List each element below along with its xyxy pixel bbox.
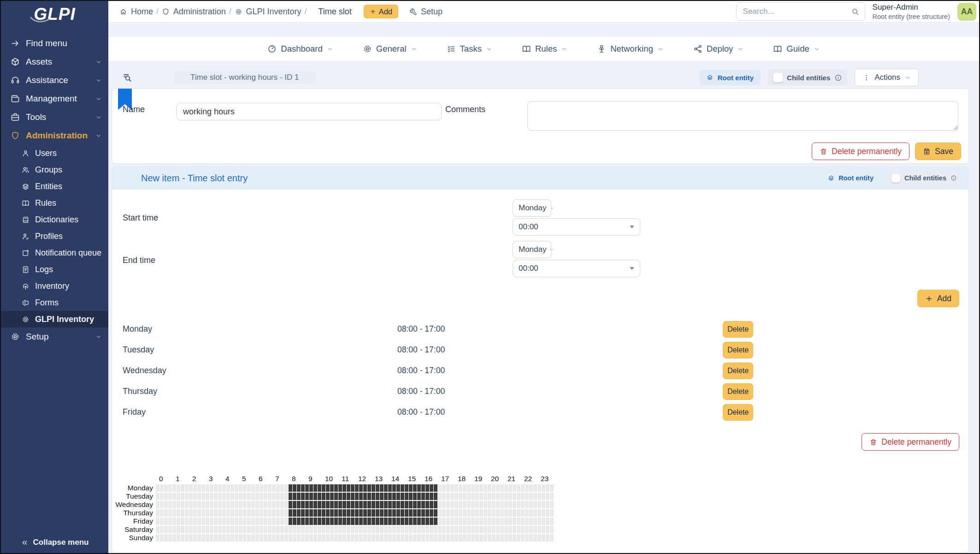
delete-entry-button[interactable]: Delete	[723, 404, 753, 421]
sidebar-item-forms[interactable]: Forms	[1, 294, 108, 311]
grid-cell	[388, 484, 392, 492]
start-hour-select[interactable]: 00:00	[513, 218, 640, 236]
grid-cell	[438, 493, 442, 500]
sidebar-item-rules[interactable]: Rules	[1, 195, 108, 211]
grid-cell	[189, 509, 193, 517]
entry-range: 08:00 - 17:00	[397, 345, 723, 355]
grid-cell	[247, 526, 251, 533]
sidebar-item-users[interactable]: Users	[1, 145, 108, 161]
sidebar-item-tools[interactable]: Tools	[1, 108, 108, 126]
tab-general[interactable]: General	[363, 44, 417, 54]
delete-entry-button[interactable]: Delete	[723, 321, 753, 338]
delete-entry-button[interactable]: Delete	[723, 342, 753, 358]
grid-cell	[210, 518, 213, 525]
avatar[interactable]: AA	[957, 3, 976, 21]
grid-cell	[206, 484, 209, 492]
delete-entry-button[interactable]: Delete	[723, 383, 753, 400]
sidebar-item-glpi-inventory[interactable]: GLPI Inventory	[1, 311, 108, 328]
child-entities-pill[interactable]: Child entities	[886, 171, 962, 185]
grid-cell	[471, 501, 475, 508]
grid-cell	[529, 534, 533, 542]
end-day-select[interactable]: Monday	[513, 241, 551, 258]
grid-cell	[396, 501, 400, 508]
grid-cell	[218, 509, 222, 517]
tab-guide[interactable]: Guide	[773, 44, 820, 54]
grid-hour-label: 20	[490, 475, 507, 483]
grid-hour-label: 21	[507, 475, 524, 483]
grid-cell	[305, 518, 309, 525]
grid-cell	[247, 484, 251, 492]
sidebar-item-administration[interactable]: Administration	[1, 126, 108, 145]
sidebar-item-dictionaries[interactable]: Dictionaries	[1, 211, 108, 228]
sidebar-item-logs[interactable]: Logs	[1, 261, 108, 278]
grid-cell	[218, 493, 222, 500]
breadcrumb-home[interactable]: Home	[119, 7, 153, 17]
grid-cell	[546, 501, 549, 508]
tab-networking[interactable]: Networking	[597, 44, 664, 54]
grid-cell	[376, 493, 379, 500]
sidebar-item-profiles[interactable]: Profiles	[1, 228, 108, 244]
save-button[interactable]: Save	[915, 143, 961, 160]
plugin-menubar: Dashboard General Tasks Rules Networking…	[108, 37, 979, 61]
setup-button[interactable]: Setup	[409, 7, 443, 17]
tab-deploy[interactable]: Deploy	[693, 44, 744, 54]
root-entity-pill[interactable]: Root entity	[828, 174, 874, 182]
grid-cell	[500, 484, 504, 492]
end-hour-select[interactable]: 00:00	[513, 260, 640, 277]
comments-textarea[interactable]	[527, 101, 958, 131]
actions-button[interactable]: Actions	[855, 69, 919, 86]
grid-cell	[301, 493, 305, 500]
sidebar-item-notification-queue[interactable]: Notification queue	[1, 244, 108, 261]
delete-entry-button[interactable]: Delete	[723, 363, 753, 379]
start-day-select[interactable]: Monday	[513, 199, 551, 217]
sidebar-item-groups[interactable]: Groups	[1, 161, 108, 178]
user-icon	[22, 149, 30, 157]
breadcrumb-glpi-inventory[interactable]: GLPI Inventory	[235, 7, 301, 17]
grid-cell	[305, 493, 309, 500]
sidebar-item-assistance[interactable]: Assistance	[1, 71, 108, 89]
banner-entity-controls: Root entity Child entities	[828, 171, 962, 185]
entry-range: 08:00 - 17:00	[397, 366, 723, 375]
search-icon[interactable]	[851, 8, 859, 16]
sidebar-item-setup[interactable]: Setup	[1, 328, 108, 346]
add-entry-button[interactable]: Add	[917, 290, 959, 307]
breadcrumb-administration[interactable]: Administration	[162, 7, 226, 17]
glpi-logo[interactable]: GLPI	[1, 1, 108, 28]
grid-cell	[475, 484, 479, 492]
sidebar-item-entities[interactable]: Entities	[1, 178, 108, 195]
grid-cell	[330, 501, 334, 508]
list-search-icon[interactable]	[122, 72, 133, 83]
delete-permanently-button[interactable]: Delete permanently	[812, 143, 909, 160]
grid-cell	[239, 484, 242, 492]
grid-cell	[475, 509, 479, 517]
chevron-down-icon	[549, 247, 555, 252]
delete-permanently-button[interactable]: Delete permanently	[862, 433, 959, 451]
grid-cell	[359, 518, 363, 525]
sidebar-item-find-menu[interactable]: Find menu	[1, 34, 108, 53]
sidebar-item-management[interactable]: Management	[1, 89, 108, 108]
search-input[interactable]	[743, 7, 845, 16]
tab-dashboard[interactable]: Dashboard	[267, 44, 333, 54]
trash-icon	[869, 438, 877, 446]
book-icon	[773, 44, 782, 54]
sidebar-item-inventory[interactable]: Inventory	[1, 278, 108, 294]
tab-tasks[interactable]: Tasks	[447, 44, 492, 54]
collapse-menu-button[interactable]: Collapse menu	[1, 538, 108, 547]
child-entities-pill[interactable]: Child entities	[767, 70, 848, 85]
sidebar-item-assets[interactable]: Assets	[1, 53, 108, 71]
name-input[interactable]	[177, 103, 442, 120]
grid-cell	[455, 493, 458, 500]
grid-cell	[260, 518, 263, 525]
grid-cell	[247, 518, 251, 525]
grid-cell	[189, 534, 193, 542]
grid-cell	[446, 501, 450, 508]
root-entity-pill[interactable]: Root entity	[700, 70, 761, 85]
top-header: Home / Administration / GLPI Inventory /…	[108, 1, 979, 23]
grid-cell	[289, 509, 292, 517]
grid-cell	[455, 501, 458, 508]
add-button[interactable]: Add	[364, 5, 398, 18]
tab-rules[interactable]: Rules	[522, 44, 567, 54]
child-entities-toggle[interactable]	[773, 73, 783, 83]
glpi-window: GLPI Find menu Assets Assistance Managem…	[0, 0, 980, 554]
child-entities-toggle[interactable]	[891, 174, 900, 183]
